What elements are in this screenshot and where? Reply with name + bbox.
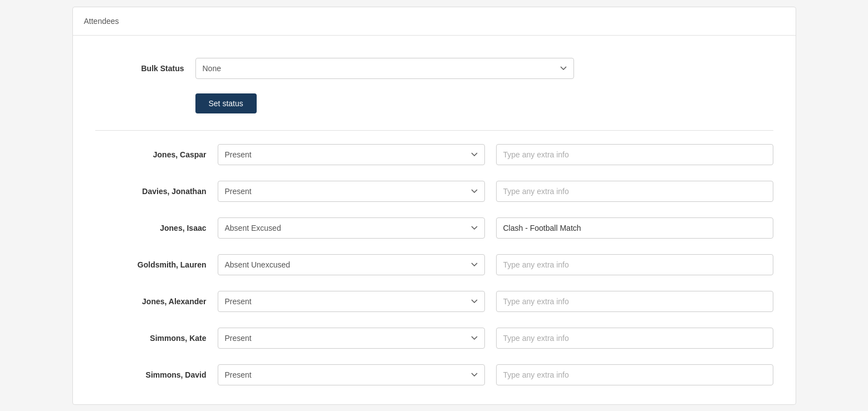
attendee-name: Jones, Alexander xyxy=(95,297,207,306)
attendee-row: Goldsmith, LaurenPresentAbsent ExcusedAb… xyxy=(95,246,773,283)
attendee-name: Simmons, Kate xyxy=(95,334,207,343)
attendee-name: Goldsmith, Lauren xyxy=(95,260,207,269)
attendees-panel: Attendees Bulk Status None Present Absen… xyxy=(72,7,796,405)
attendee-row: Jones, IsaacPresentAbsent ExcusedAbsent … xyxy=(95,210,773,246)
attendee-extra-info-input[interactable] xyxy=(496,291,773,312)
attendee-extra-info-input[interactable] xyxy=(496,254,773,275)
attendee-row: Simmons, KatePresentAbsent ExcusedAbsent… xyxy=(95,320,773,356)
attendee-name: Simmons, David xyxy=(95,370,207,379)
bulk-status-select[interactable]: None Present Absent Excused Absent Unexc… xyxy=(195,58,574,79)
attendee-row: Jones, AlexanderPresentAbsent ExcusedAbs… xyxy=(95,283,773,320)
attendee-name: Jones, Caspar xyxy=(95,150,207,159)
panel-title: Attendees xyxy=(84,17,119,26)
attendee-status-select[interactable]: PresentAbsent ExcusedAbsent Unexcused xyxy=(218,181,485,202)
attendee-name: Davies, Jonathan xyxy=(95,187,207,196)
panel-body: Bulk Status None Present Absent Excused … xyxy=(73,36,796,404)
attendee-row: Simmons, DavidPresentAbsent ExcusedAbsen… xyxy=(95,356,773,393)
attendee-extra-info-input[interactable] xyxy=(496,328,773,349)
attendee-extra-info-input[interactable] xyxy=(496,181,773,202)
bulk-status-label: Bulk Status xyxy=(95,64,184,73)
attendee-extra-info-input[interactable] xyxy=(496,217,773,239)
attendee-row: Davies, JonathanPresentAbsent ExcusedAbs… xyxy=(95,173,773,210)
attendee-status-select[interactable]: PresentAbsent ExcusedAbsent Unexcused xyxy=(218,291,485,312)
attendee-extra-info-input[interactable] xyxy=(496,144,773,165)
set-status-button[interactable]: Set status xyxy=(195,93,257,113)
panel-header: Attendees xyxy=(73,7,796,36)
attendee-status-select[interactable]: PresentAbsent ExcusedAbsent Unexcused xyxy=(218,364,485,385)
bulk-status-section: Bulk Status None Present Absent Excused … xyxy=(95,47,773,131)
attendee-status-select[interactable]: PresentAbsent ExcusedAbsent Unexcused xyxy=(218,328,485,349)
attendee-status-select[interactable]: PresentAbsent ExcusedAbsent Unexcused xyxy=(218,144,485,165)
attendee-name: Jones, Isaac xyxy=(95,224,207,232)
attendee-status-select[interactable]: PresentAbsent ExcusedAbsent Unexcused xyxy=(218,217,485,239)
bulk-status-row: Bulk Status None Present Absent Excused … xyxy=(95,58,574,79)
attendee-status-select[interactable]: PresentAbsent ExcusedAbsent Unexcused xyxy=(218,254,485,275)
attendees-list: Jones, CasparPresentAbsent ExcusedAbsent… xyxy=(95,131,773,393)
attendee-extra-info-input[interactable] xyxy=(496,364,773,385)
attendee-row: Jones, CasparPresentAbsent ExcusedAbsent… xyxy=(95,136,773,173)
